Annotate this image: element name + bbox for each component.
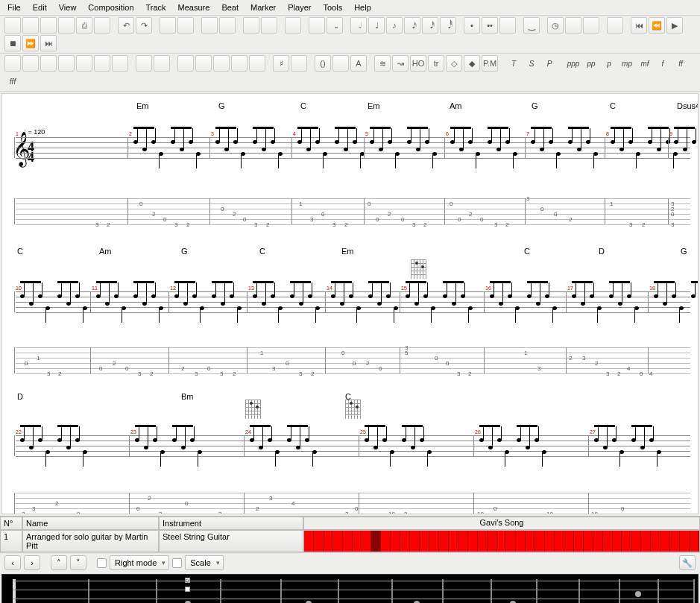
tab-fret[interactable]: 0 xyxy=(621,505,624,512)
tool-S[interactable]: S xyxy=(523,55,540,72)
tool-n4[interactable] xyxy=(231,55,247,72)
tab-fret[interactable]: 2 xyxy=(388,211,391,218)
string-up-button[interactable]: ˄ xyxy=(51,555,67,570)
tool-f[interactable]: f xyxy=(655,55,671,72)
tab-fret[interactable]: 0 xyxy=(221,206,224,212)
tab-fret[interactable]: 0 xyxy=(125,365,128,372)
tab-fret[interactable]: 2 xyxy=(148,495,151,502)
measure-block[interactable] xyxy=(651,531,660,552)
tab-fret[interactable]: 3 xyxy=(494,221,497,228)
tool-key[interactable] xyxy=(136,55,152,72)
tool-n-8[interactable]: ♪ xyxy=(386,17,403,34)
string[interactable] xyxy=(13,581,693,581)
measure-block[interactable] xyxy=(555,531,564,552)
tool-layout[interactable] xyxy=(261,17,277,34)
tool-cl6[interactable] xyxy=(94,55,110,72)
tab-fret[interactable]: 3 xyxy=(272,365,275,372)
tab-fret[interactable]: 0 xyxy=(458,216,461,223)
tab-fret[interactable]: 1 xyxy=(299,201,302,207)
tool-cl2[interactable] xyxy=(22,55,39,72)
menu-player[interactable]: Player xyxy=(283,1,315,13)
tool-fwd[interactable]: ⏩ xyxy=(22,35,39,51)
measure-block[interactable] xyxy=(690,531,699,552)
tool-P[interactable]: P xyxy=(541,55,558,72)
tab-fret[interactable]: 0 xyxy=(446,360,449,367)
tool-save-as[interactable] xyxy=(58,17,75,34)
menu-help[interactable]: Help xyxy=(350,1,376,13)
measure-block[interactable] xyxy=(353,531,362,552)
menu-track[interactable]: Track xyxy=(142,1,171,13)
tab-fret[interactable]: 3 xyxy=(582,355,585,362)
tab-fret[interactable]: 0 xyxy=(494,505,496,512)
nav-next-button[interactable]: › xyxy=(24,555,40,570)
measure-block[interactable] xyxy=(631,531,641,552)
tab-fret[interactable]: 4 xyxy=(627,365,630,372)
tab-fret[interactable]: 0 xyxy=(640,370,643,377)
tab-fret[interactable]: 3 xyxy=(174,221,177,228)
tool-n5[interactable] xyxy=(249,55,265,72)
tab-fret[interactable]: 0 xyxy=(435,355,438,362)
tab-fret[interactable]: 4 xyxy=(649,370,652,377)
tool-n2[interactable] xyxy=(195,55,212,72)
tool-undo[interactable]: ↶ xyxy=(118,17,134,34)
settings-button[interactable]: 🔧 xyxy=(679,555,696,570)
tab-fret[interactable]: 3 xyxy=(345,511,348,514)
tool-cl3[interactable] xyxy=(40,55,57,72)
tab-fret[interactable]: 10 xyxy=(477,511,484,514)
measure-block[interactable] xyxy=(496,531,506,552)
tool-fff[interactable]: fff xyxy=(4,73,21,89)
nav-prev-button[interactable]: ‹ xyxy=(4,555,21,570)
tab-fret[interactable]: 3 xyxy=(32,505,35,512)
tool-pp[interactable]: pp xyxy=(583,55,599,72)
tool-trem[interactable]: ≋ xyxy=(374,55,391,72)
tab-fret[interactable]: 2 xyxy=(344,221,347,228)
measure-block[interactable] xyxy=(371,531,381,552)
tool-mode2[interactable] xyxy=(177,17,194,34)
tool-mp[interactable]: mp xyxy=(619,55,635,72)
measure-block[interactable] xyxy=(478,531,488,552)
tab-fret[interactable]: 2 xyxy=(569,355,572,362)
tool-print[interactable]: ⎙ xyxy=(76,17,92,34)
tab-fret[interactable]: 4 xyxy=(291,500,294,507)
tool-metronome[interactable]: ◷ xyxy=(547,17,564,34)
measure-block[interactable] xyxy=(641,531,651,552)
tab-fret[interactable]: 3 xyxy=(537,365,540,372)
tab-fret[interactable]: 0 xyxy=(379,365,382,372)
tool-first[interactable]: ⏮ xyxy=(631,17,647,34)
tab-fret[interactable]: 3 xyxy=(47,370,50,377)
measure-block[interactable] xyxy=(603,531,613,552)
mode-checkbox[interactable] xyxy=(97,558,107,568)
tab-fret[interactable]: 2 xyxy=(107,221,110,228)
menu-view[interactable]: View xyxy=(54,1,81,13)
measure-block[interactable] xyxy=(535,531,545,552)
scale-combo[interactable]: Scale xyxy=(185,555,224,570)
track-row[interactable]: 1 Arranged for solo guitar by Martin Pit… xyxy=(0,530,700,552)
tool-n-half[interactable]: 𝅗𝅥 xyxy=(350,17,367,34)
tool-p[interactable]: p xyxy=(601,55,617,72)
measure-block[interactable] xyxy=(516,531,526,552)
tab-fret[interactable]: 3 xyxy=(299,370,302,377)
tool-cp[interactable] xyxy=(332,55,349,72)
tool-tie[interactable]: ‿ xyxy=(523,17,540,34)
menu-tools[interactable]: Tools xyxy=(318,1,347,13)
tab-fret[interactable]: 3 xyxy=(195,370,198,377)
col-header-name[interactable]: Name xyxy=(22,517,159,530)
tab-fret[interactable]: 2 xyxy=(266,221,269,228)
measure-block[interactable] xyxy=(564,531,574,552)
tab-fret[interactable]: 8 xyxy=(404,511,407,514)
measure-block[interactable] xyxy=(458,531,468,552)
tab-fret[interactable]: 0 xyxy=(243,216,246,223)
tool-ddot[interactable]: •• xyxy=(482,17,498,34)
tab-fret[interactable]: 3 xyxy=(526,195,529,202)
tool-harm[interactable]: ◇ xyxy=(446,55,462,72)
tab-fret[interactable]: 3 xyxy=(138,370,141,377)
measure-block[interactable] xyxy=(449,531,458,552)
tab-fret[interactable]: 0 xyxy=(554,211,557,218)
tool-n1[interactable] xyxy=(177,55,194,72)
tab-fret[interactable]: 1 xyxy=(37,355,40,362)
tab-fret[interactable]: 2 xyxy=(55,500,58,507)
tool-chord[interactable]: ♯ xyxy=(273,55,289,72)
tab-fret[interactable]: 10 xyxy=(546,511,553,514)
tool-ff[interactable]: ff xyxy=(672,55,689,72)
tab-fret[interactable]: 0 xyxy=(77,511,80,514)
